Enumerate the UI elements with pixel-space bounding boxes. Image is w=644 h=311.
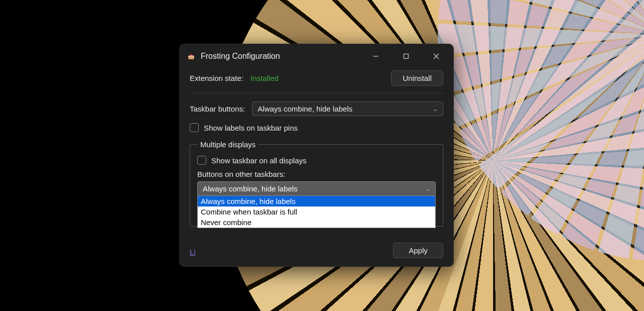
- titlebar[interactable]: Frosting Configuration: [180, 44, 453, 68]
- maximize-button[interactable]: [391, 46, 421, 66]
- buttons-other-select[interactable]: Always combine, hide labels ⌄ Always com…: [197, 181, 436, 196]
- close-button[interactable]: [421, 46, 451, 66]
- footer-link[interactable]: Li: [190, 248, 196, 256]
- show-labels-pins-checkbox[interactable]: [190, 123, 199, 132]
- window-title: Frosting Configuration: [201, 52, 280, 61]
- chevron-down-icon: ⌄: [425, 185, 430, 192]
- cake-icon: [187, 52, 196, 61]
- taskbar-buttons-select[interactable]: Always combine, hide labels ⌄: [252, 101, 443, 116]
- buttons-other-dropdown: Always combine, hide labels Combine when…: [197, 195, 436, 228]
- chevron-down-icon: ⌄: [433, 106, 438, 113]
- extension-state-label: Extension state:: [190, 74, 244, 82]
- window-content: Extension state: Installed Uninstall Tas…: [180, 68, 453, 227]
- buttons-other-selected: Always combine, hide labels: [203, 184, 297, 193]
- apply-button[interactable]: Apply: [393, 243, 443, 258]
- uninstall-button[interactable]: Uninstall: [391, 70, 443, 86]
- dropdown-option[interactable]: Always combine, hide labels: [198, 196, 435, 206]
- dropdown-option[interactable]: Combine when taskbar is full: [198, 206, 435, 217]
- taskbar-buttons-label: Taskbar buttons:: [190, 105, 245, 113]
- svg-rect-2: [404, 54, 409, 59]
- show-labels-pins-label: Show labels on taskbar pins: [204, 124, 298, 132]
- config-window: Frosting Configuration Extension state: …: [179, 44, 454, 267]
- svg-point-0: [191, 54, 192, 55]
- buttons-other-label: Buttons on other taskbars:: [197, 170, 436, 178]
- dropdown-option[interactable]: Never combine: [198, 217, 435, 228]
- divider: [190, 93, 443, 93]
- multiple-displays-legend: Multiple displays: [197, 140, 259, 149]
- taskbar-buttons-selected: Always combine, hide labels: [258, 105, 352, 113]
- show-taskbar-all-label: Show taskbar on all displays: [211, 156, 306, 165]
- minimize-button[interactable]: [361, 46, 391, 66]
- multiple-displays-group: Multiple displays Show taskbar on all di…: [190, 140, 443, 227]
- show-taskbar-all-checkbox[interactable]: [197, 156, 206, 165]
- extension-state-value: Installed: [251, 74, 279, 82]
